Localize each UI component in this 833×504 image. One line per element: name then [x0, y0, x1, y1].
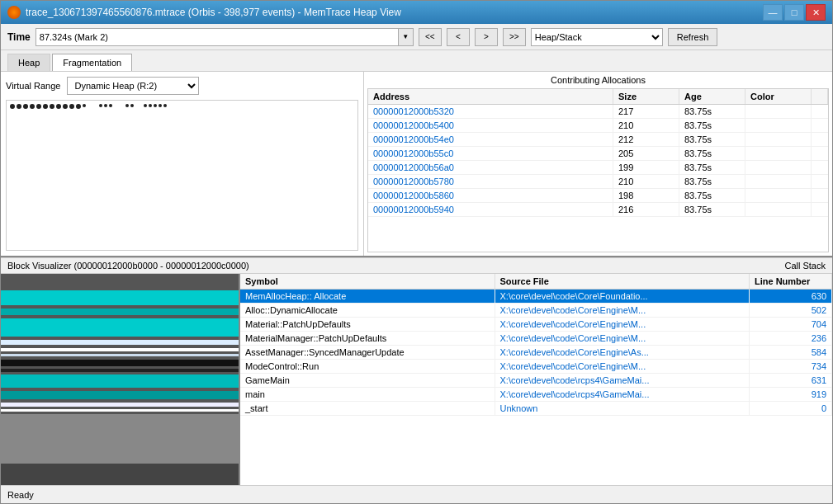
refresh-button[interactable]: Refresh [668, 28, 718, 46]
call-stack-rows[interactable]: MemAllocHeap:: Allocate X:\core\devel\co… [240, 290, 832, 485]
tab-heap[interactable]: Heap [7, 54, 50, 71]
cs-cell-symbol: ModeControl::Run [240, 360, 495, 373]
cell-size: 199 [613, 161, 679, 174]
cell-address[interactable]: 00000012000b5940 [368, 203, 613, 216]
cell-address[interactable]: 00000012000b56a0 [368, 161, 613, 174]
nav-last-button[interactable]: >> [503, 28, 526, 46]
time-input[interactable] [35, 28, 399, 46]
table-row[interactable]: GameMain X:\core\devel\code\rcps4\GameMa… [240, 374, 832, 388]
window-title: trace_130671397465560876.mtrace (Orbis -… [26, 7, 401, 18]
table-row[interactable]: 00000012000b55c0 205 83.75s [368, 147, 828, 161]
cs-cell-source[interactable]: X:\core\devel\code\rcps4\GameMai... [495, 388, 750, 401]
frag-dot [56, 104, 61, 109]
cell-age: 83.75s [679, 161, 745, 174]
cs-cell-source[interactable]: X:\core\devel\code\Core\Engine\As... [495, 346, 750, 359]
cs-cell-line: 502 [750, 304, 832, 317]
cs-cell-source[interactable]: X:\core\devel\code\Core\Engine\M... [495, 318, 750, 331]
viz-block-white5 [1, 409, 240, 412]
table-row[interactable]: _start Unknown 0 [240, 402, 832, 416]
cs-cell-symbol: MaterialManager::PatchUpDefaults [240, 332, 495, 345]
cell-address[interactable]: 00000012000b55c0 [368, 147, 613, 160]
table-row[interactable]: ModeControl::Run X:\core\devel\code\Core… [240, 360, 832, 374]
cs-cell-line: 631 [750, 374, 832, 387]
viz-block-white1 [1, 340, 240, 345]
tab-fragmentation[interactable]: Fragmentation [52, 54, 132, 71]
cell-address[interactable]: 00000012000b5780 [368, 175, 613, 188]
frag-dot [30, 104, 35, 109]
cs-cell-source[interactable]: Unknown [495, 402, 750, 415]
cs-col-symbol: Symbol [240, 274, 495, 289]
bottom-section: Symbol Source File Line Number MemAllocH… [1, 274, 832, 485]
cs-cell-line: 236 [750, 332, 832, 345]
frag-dot [10, 104, 15, 109]
close-button[interactable]: ✕ [806, 4, 826, 21]
table-row[interactable]: AssetManager::SyncedManagerUpdate X:\cor… [240, 346, 832, 360]
cs-cell-source[interactable]: X:\core\devel\code\Core\Engine\M... [495, 304, 750, 317]
viz-block-white2 [1, 348, 240, 351]
virtual-range-select[interactable]: Dynamic Heap (R:2) Dynamic Heap (R:1) St… [67, 77, 199, 95]
frag-dot [17, 104, 21, 109]
viz-block-cyan5 [1, 391, 240, 399]
frag-dot [159, 104, 162, 107]
cs-col-source: Source File [495, 274, 750, 289]
status-bar: Ready [1, 485, 832, 503]
table-row[interactable]: Alloc::DynamicAllocate X:\core\devel\cod… [240, 304, 832, 318]
cell-size: 216 [613, 203, 679, 216]
cs-cell-symbol: Material::PatchUpDefaults [240, 318, 495, 331]
table-row[interactable]: 00000012000b5780 210 83.75s [368, 175, 828, 189]
table-row[interactable]: Material::PatchUpDefaults X:\core\devel\… [240, 318, 832, 332]
viz-block-cyan2 [1, 309, 240, 315]
nav-first-button[interactable]: << [419, 28, 442, 46]
frag-dot [76, 104, 81, 109]
dot-row [10, 104, 354, 109]
cell-size: 205 [613, 147, 679, 160]
cell-address[interactable]: 00000012000b5400 [368, 119, 613, 132]
nav-prev-button[interactable]: < [447, 28, 470, 46]
frag-dot [149, 104, 152, 107]
cell-size: 212 [613, 133, 679, 146]
cell-address[interactable]: 00000012000b5860 [368, 189, 613, 202]
cell-address[interactable]: 00000012000b5320 [368, 105, 613, 118]
table-row[interactable]: main X:\core\devel\code\rcps4\GameMai...… [240, 388, 832, 402]
cell-color [745, 105, 812, 118]
frag-dot [43, 104, 48, 109]
maximize-button[interactable]: □ [784, 4, 804, 21]
minimize-button[interactable]: — [763, 4, 783, 21]
table-row[interactable]: 00000012000b5320 217 83.75s [368, 105, 828, 119]
cell-size: 210 [613, 119, 679, 132]
table-row[interactable]: 00000012000b5860 198 83.75s [368, 189, 828, 203]
cs-row-selected[interactable]: MemAllocHeap:: Allocate X:\core\devel\co… [240, 290, 832, 304]
cell-age: 83.75s [679, 133, 745, 146]
viz-block-cyan4 [1, 374, 240, 388]
frag-dot [130, 104, 134, 107]
app-icon [7, 6, 21, 19]
block-viz-panel [1, 274, 240, 485]
table-row[interactable]: 00000012000b56a0 199 83.75s [368, 161, 828, 175]
cs-cell-source[interactable]: X:\core\devel\code\Core\Engine\M... [495, 332, 750, 345]
table-row[interactable]: 00000012000b54e0 212 83.75s [368, 133, 828, 147]
frag-dot [50, 104, 54, 109]
alloc-rows[interactable]: 00000012000b5320 217 83.75s 00000012000b… [368, 105, 828, 252]
cs-cell-symbol: _start [240, 402, 495, 415]
cell-address[interactable]: 00000012000b54e0 [368, 133, 613, 146]
cs-cell-source[interactable]: X:\core\devel\code\Core\Foundatio... [495, 290, 750, 303]
block-viz-header: Block Visualizer (00000012000b0000 - 000… [1, 257, 832, 274]
col-address: Address [368, 89, 613, 104]
nav-next-button[interactable]: > [475, 28, 498, 46]
cell-size: 217 [613, 105, 679, 118]
cs-cell-line: 630 [750, 290, 832, 303]
cs-cell-symbol: MemAllocHeap:: Allocate [240, 290, 495, 303]
viz-block-dark2 [1, 369, 240, 372]
right-panel: Contributing Allocations Address Size Ag… [364, 72, 832, 256]
heap-stack-select[interactable]: Heap/Stack Heap Stack [531, 28, 663, 46]
table-row[interactable]: 00000012000b5940 216 83.75s [368, 203, 828, 217]
cell-color [745, 161, 812, 174]
table-row[interactable]: 00000012000b5400 210 83.75s [368, 119, 828, 133]
table-row[interactable]: MaterialManager::PatchUpDefaults X:\core… [240, 332, 832, 346]
time-dropdown-arrow[interactable]: ▼ [399, 28, 414, 46]
cs-cell-source[interactable]: X:\core\devel\code\Core\Engine\M... [495, 360, 750, 373]
window-controls: — □ ✕ [763, 4, 826, 21]
col-age: Age [679, 89, 745, 104]
cs-cell-source[interactable]: X:\core\devel\code\rcps4\GameMai... [495, 374, 750, 387]
title-bar: trace_130671397465560876.mtrace (Orbis -… [1, 1, 832, 24]
